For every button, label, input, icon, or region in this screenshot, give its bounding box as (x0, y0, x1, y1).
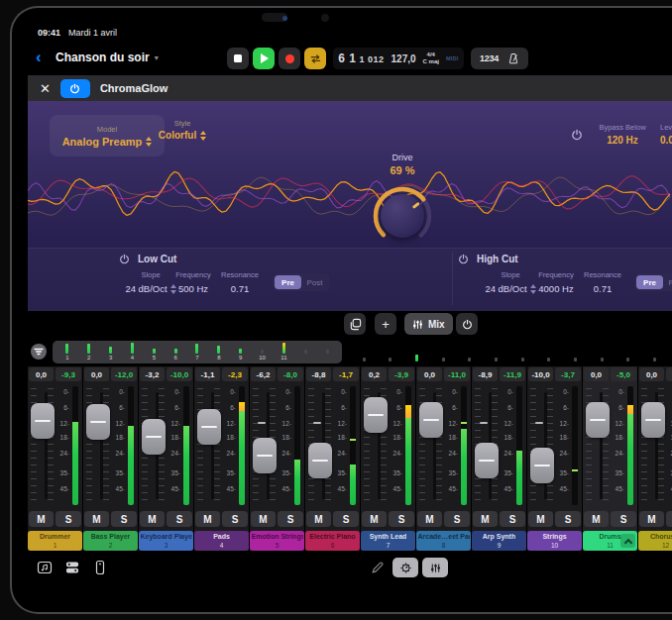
fader-handle[interactable] (475, 443, 499, 478)
fader-handle[interactable] (86, 404, 110, 440)
controls-view-button[interactable] (392, 558, 418, 577)
visible-range-indicator[interactable]: 1234567891011 (53, 341, 342, 363)
solo-button[interactable]: S (611, 511, 636, 527)
level-control[interactable]: Level 0.0 (654, 123, 672, 146)
mute-button[interactable]: M (306, 511, 331, 527)
volume-value[interactable]: -3,2 (140, 367, 165, 381)
bypass-below-control[interactable]: Bypass Below 120 Hz (585, 123, 660, 146)
mute-button[interactable]: M (29, 511, 54, 527)
solo-button[interactable]: S (278, 511, 303, 527)
add-track-button[interactable]: + (375, 313, 396, 335)
volume-value[interactable]: 0,0 (84, 367, 109, 381)
solo-button[interactable]: S (389, 511, 414, 527)
fader-handle[interactable] (308, 443, 332, 478)
overview-rest[interactable] (347, 341, 672, 363)
mute-button[interactable]: M (639, 511, 664, 527)
track-name-cell[interactable]: Chorus V 12 (638, 531, 672, 551)
mute-button[interactable]: M (84, 511, 109, 527)
high-cut-pre-post-toggle[interactable]: Pre Post (634, 273, 672, 291)
record-button[interactable] (279, 48, 300, 69)
track-name-cell[interactable]: Bass Player 2 (83, 531, 138, 551)
volume-value[interactable]: 0,0 (584, 367, 609, 381)
mute-button[interactable]: M (528, 511, 553, 527)
bypass-power-icon[interactable] (571, 129, 583, 141)
stop-button[interactable] (227, 48, 249, 69)
track-name-cell[interactable]: Arp Synth 9 (472, 531, 526, 551)
duplicate-button[interactable] (344, 313, 366, 335)
solo-button[interactable]: S (167, 511, 192, 527)
track-name-cell[interactable]: Pads 4 (194, 531, 249, 551)
post-segment[interactable]: Post (663, 275, 672, 289)
mix-button[interactable]: Mix (404, 313, 453, 335)
play-button[interactable] (253, 48, 275, 69)
solo-button[interactable]: S (111, 511, 137, 527)
solo-button[interactable]: S (222, 511, 248, 527)
plugin-power-button[interactable] (60, 79, 90, 98)
solo-button[interactable]: S (333, 511, 359, 527)
lcd-display[interactable]: 6 1 1 012 127,0 4/4 C maj MIDI (333, 48, 464, 69)
mute-button[interactable]: M (195, 511, 220, 527)
track-name-cell[interactable]: Emotion Strings 5 (250, 531, 304, 551)
mixer-power-button[interactable] (456, 313, 478, 335)
track-name-cell[interactable]: Drums 11 (583, 531, 637, 551)
pre-segment[interactable]: Pre (636, 275, 663, 289)
low-cut-resonance[interactable]: Resonance 0.71 (212, 270, 268, 294)
fader-handle[interactable] (641, 402, 665, 438)
solo-button[interactable]: S (555, 511, 581, 527)
track-name-cell[interactable]: Synth Lead 7 (361, 531, 415, 551)
solo-button[interactable]: S (666, 511, 672, 527)
fader-handle[interactable] (253, 438, 277, 473)
patches-button[interactable] (63, 559, 81, 576)
song-title[interactable]: Chanson du soir ▾ (56, 51, 159, 64)
volume-value[interactable]: -10,0 (528, 367, 553, 381)
low-cut-power-icon[interactable] (119, 254, 130, 264)
volume-value[interactable]: -6,2 (251, 367, 276, 381)
mute-button[interactable]: M (473, 511, 498, 527)
track-name-cell[interactable]: Strings 10 (527, 531, 582, 551)
close-icon[interactable]: ✕ (40, 81, 51, 96)
pencil-button[interactable] (369, 559, 387, 576)
low-cut-pre-post-toggle[interactable]: Pre Post (273, 273, 330, 291)
volume-value[interactable]: 0,2 (362, 367, 387, 381)
back-chevron-icon[interactable]: ‹ (36, 48, 42, 67)
keyboard-button[interactable] (91, 559, 109, 576)
volume-value[interactable]: 0,0 (417, 367, 442, 381)
pre-segment[interactable]: Pre (275, 275, 301, 289)
fader-handle[interactable] (419, 402, 443, 438)
volume-value[interactable]: -1,1 (195, 367, 220, 381)
fader-handle[interactable] (530, 448, 554, 483)
volume-value[interactable]: -8,9 (473, 367, 498, 381)
metronome-icon[interactable] (507, 52, 519, 64)
high-cut-resonance[interactable]: Resonance 0.71 (575, 270, 630, 294)
filter-tracks-button[interactable] (30, 343, 48, 361)
fader-handle[interactable] (586, 402, 610, 438)
track-name-cell[interactable]: Arcade…eet Pad 8 (416, 531, 471, 551)
solo-button[interactable]: S (56, 511, 81, 527)
count-in-button[interactable]: 1234 (480, 53, 499, 63)
mute-button[interactable]: M (251, 511, 276, 527)
mixer-view-button[interactable] (422, 558, 448, 577)
fader-handle[interactable] (364, 397, 388, 433)
track-name-cell[interactable]: Drummer 1 (28, 531, 82, 551)
volume-value[interactable]: 0,0 (29, 367, 54, 381)
chevron-up-icon[interactable] (620, 534, 635, 548)
mute-button[interactable]: M (362, 511, 387, 527)
volume-value[interactable]: -8,8 (306, 367, 331, 381)
volume-value[interactable]: 0,0 (639, 367, 664, 381)
loops-browser-button[interactable] (36, 559, 54, 576)
high-cut-power-icon[interactable] (458, 254, 469, 264)
solo-button[interactable]: S (500, 511, 525, 527)
fader-handle[interactable] (197, 409, 221, 445)
mute-button[interactable]: M (417, 511, 442, 527)
style-selector[interactable]: Style Colorful (151, 119, 214, 141)
solo-button[interactable]: S (444, 511, 470, 527)
mute-button[interactable]: M (140, 511, 165, 527)
cycle-button[interactable] (304, 48, 326, 69)
track-name-cell[interactable]: Electric Piano 6 (305, 531, 360, 551)
post-segment[interactable]: Post (301, 275, 328, 289)
fader-handle[interactable] (142, 419, 166, 455)
drive-knob[interactable] (371, 184, 434, 248)
fader-handle[interactable] (31, 403, 55, 439)
mute-button[interactable]: M (584, 511, 609, 527)
track-name-cell[interactable]: Keyboard Player 3 (139, 531, 193, 551)
